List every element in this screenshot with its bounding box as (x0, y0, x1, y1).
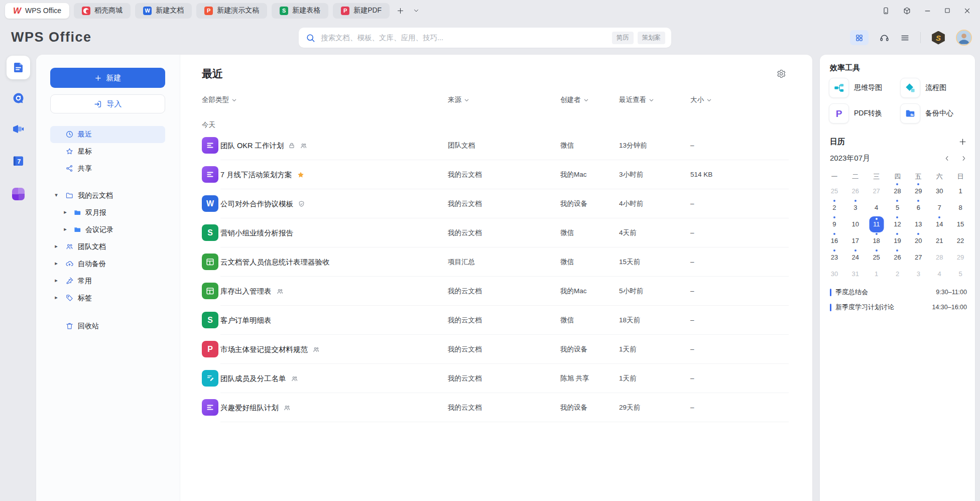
import-button[interactable]: 导入 (50, 94, 165, 113)
calendar-day[interactable]: 31 (845, 266, 866, 282)
sidebar-tree-item[interactable]: ▸双月报 (50, 204, 165, 221)
calendar-day[interactable]: 23 (824, 249, 845, 266)
calendar-day[interactable]: 21 (929, 232, 950, 249)
membership-badge[interactable]: S (931, 31, 945, 45)
rail-item-messages[interactable] (12, 91, 25, 105)
filter-last-viewed[interactable]: 最近查看 (619, 95, 654, 104)
file-row[interactable]: 库存出入管理表我的云文档我的Mac5小时前– (180, 277, 812, 306)
calendar-day[interactable]: 20 (908, 232, 929, 249)
calendar-day[interactable]: 28 (887, 183, 908, 199)
calendar-day[interactable]: 4 (929, 266, 950, 282)
calendar-day[interactable]: 25 (866, 249, 887, 266)
search-bar[interactable]: 简历 策划案 (299, 28, 671, 48)
sidebar-item-shared[interactable]: 共享 (50, 160, 165, 177)
sidebar-tree-item[interactable]: ▸会议记录 (50, 221, 165, 238)
calendar-day[interactable]: 9 (824, 216, 845, 232)
calendar-day[interactable]: 28 (929, 249, 950, 266)
calendar-day[interactable]: 29 (908, 183, 929, 199)
calendar-day[interactable]: 2 (824, 199, 845, 216)
file-row[interactable]: W公司对外合作协议模板我的云文档我的设备4小时前– (180, 189, 812, 218)
sidebar-tree-item[interactable]: ▸团队文档 (50, 238, 165, 256)
search-input[interactable] (320, 33, 608, 42)
sidebar-tree-item[interactable]: ▸标签 (50, 290, 165, 307)
calendar-day[interactable]: 15 (950, 216, 971, 232)
tool-backup-center[interactable]: 备份中心 (900, 103, 970, 123)
tool-flowchart[interactable]: 流程图 (900, 78, 970, 98)
sidebar-tree-item[interactable]: ▾我的云文档 (50, 187, 165, 204)
calendar-day[interactable]: 12 (887, 216, 908, 232)
calendar-day[interactable]: 26 (845, 183, 866, 199)
calendar-day[interactable]: 14 (929, 216, 950, 232)
calendar-next-button[interactable] (960, 155, 967, 162)
filter-type[interactable]: 全部类型 (202, 95, 237, 104)
apps-grid-button[interactable] (850, 30, 869, 45)
calendar-day[interactable]: 17 (845, 232, 866, 249)
filter-source[interactable]: 来源 (448, 95, 469, 104)
titlebar-tab-docer[interactable]: 稻壳商城 (74, 3, 131, 19)
calendar-day[interactable]: 19 (887, 232, 908, 249)
file-row[interactable]: 团队成员及分工名单我的云文档陈旭 共享1天前– (180, 364, 812, 393)
tab-list-chevron-button[interactable] (411, 6, 421, 16)
calendar-day[interactable]: 2 (887, 266, 908, 282)
close-button[interactable] (963, 7, 971, 15)
tool-pdf-convert[interactable]: PPDF转换 (829, 103, 900, 123)
file-row[interactable]: 云文档管人员信息统计表理器验收项目汇总微信15天前– (180, 247, 812, 277)
global-menu-button[interactable] (900, 33, 910, 43)
maximize-button[interactable] (944, 7, 951, 14)
calendar-day[interactable]: 26 (887, 249, 908, 266)
add-event-button[interactable] (958, 138, 967, 146)
new-tab-button[interactable] (395, 5, 406, 17)
calendar-day-selected[interactable]: 11 (866, 216, 887, 232)
appearance-box-button[interactable] (903, 7, 911, 15)
sidebar-tree-item[interactable]: ▸常用 (50, 273, 165, 290)
calendar-day[interactable]: 4 (866, 199, 887, 216)
rail-item-apps[interactable] (12, 188, 25, 200)
calendar-day[interactable]: 27 (866, 183, 887, 199)
calendar-day[interactable]: 5 (887, 199, 908, 216)
sidebar-item-starred[interactable]: 星标 (50, 143, 165, 160)
calendar-day[interactable]: 3 (908, 266, 929, 282)
file-row[interactable]: S客户订单明细表我的云文档微信18天前– (180, 306, 812, 335)
caret-right-icon[interactable]: ▸ (62, 226, 68, 232)
rail-item-documents[interactable] (7, 56, 30, 79)
filter-size[interactable]: 大小 (690, 95, 712, 104)
file-row[interactable]: 兴趣爱好组队计划我的云文档我的设备29天前– (180, 393, 812, 422)
calendar-day[interactable]: 30 (929, 183, 950, 199)
search-tag-resume[interactable]: 简历 (612, 32, 634, 44)
calendar-day[interactable]: 18 (866, 232, 887, 249)
calendar-event[interactable]: 新季度学习计划讨论14:30–16:00 (830, 300, 967, 315)
calendar-day[interactable]: 8 (950, 199, 971, 216)
tool-mindmap[interactable]: 思维导图 (829, 78, 900, 98)
calendar-day[interactable]: 25 (824, 183, 845, 199)
file-row[interactable]: 团队 OKR 工作计划团队文档微信13分钟前– (180, 131, 812, 160)
titlebar-tab-presentation[interactable]: P新建演示文稿 (196, 3, 267, 19)
mobile-device-button[interactable] (882, 7, 890, 15)
list-settings-gear-button[interactable] (776, 69, 786, 79)
rail-item-meetings[interactable] (11, 122, 25, 136)
calendar-day[interactable]: 1 (950, 183, 971, 199)
caret-right-icon[interactable]: ▸ (53, 260, 59, 267)
search-tag-proposal[interactable]: 策划案 (638, 32, 666, 44)
calendar-day[interactable]: 13 (908, 216, 929, 232)
titlebar-tab-home[interactable]: WWPS Office (5, 3, 69, 19)
file-row[interactable]: S营销小组业绩分析报告我的云文档微信4天前– (180, 218, 812, 247)
support-headset-button[interactable] (879, 33, 890, 43)
caret-right-icon[interactable]: ▸ (62, 209, 68, 215)
calendar-day[interactable]: 6 (908, 199, 929, 216)
calendar-day[interactable]: 16 (824, 232, 845, 249)
sidebar-item-recent[interactable]: 最近 (50, 126, 165, 143)
caret-down-icon[interactable]: ▾ (53, 192, 59, 198)
titlebar-tab-pdf[interactable]: P新建PDF (333, 3, 390, 19)
calendar-day[interactable]: 5 (950, 266, 971, 282)
caret-right-icon[interactable]: ▸ (53, 243, 59, 249)
calendar-day[interactable]: 10 (845, 216, 866, 232)
calendar-day[interactable]: 27 (908, 249, 929, 266)
titlebar-tab-writer[interactable]: W新建文档 (135, 3, 192, 19)
calendar-day[interactable]: 22 (950, 232, 971, 249)
sidebar-item-trash[interactable]: 回收站 (50, 318, 165, 335)
calendar-prev-button[interactable] (944, 155, 950, 162)
titlebar-tab-spreadsheet[interactable]: S新建表格 (272, 3, 328, 19)
minimize-button[interactable] (924, 7, 931, 15)
calendar-day[interactable]: 29 (950, 249, 971, 266)
sidebar-tree-item[interactable]: ▸自动备份 (50, 256, 165, 273)
